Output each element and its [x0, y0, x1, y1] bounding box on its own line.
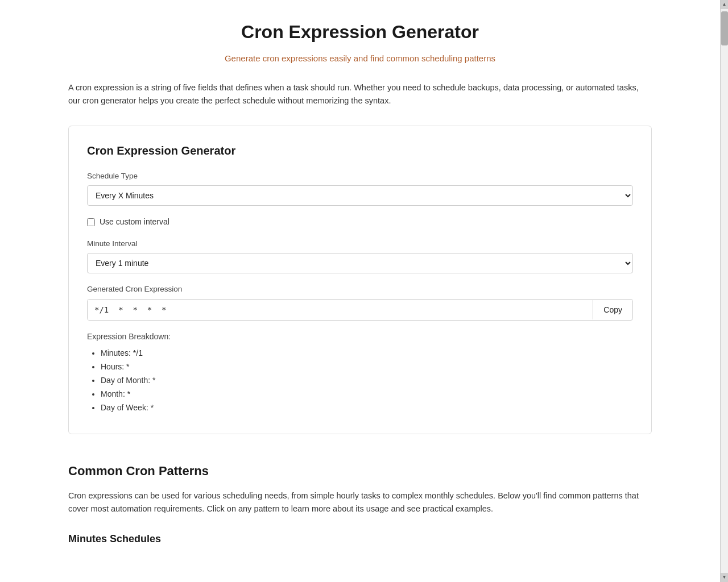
schedule-type-group: Schedule Type Every X Minutes Every X Ho…: [87, 171, 633, 206]
breakdown-item-3: Month: *: [101, 388, 633, 400]
expression-row: Copy: [87, 299, 633, 321]
custom-interval-row: Use custom interval: [87, 216, 633, 228]
minute-interval-group: Minute Interval Every 1 minute Every 2 m…: [87, 238, 633, 273]
generator-card-title: Cron Expression Generator: [87, 142, 633, 159]
scrollbar-arrow-down[interactable]: ▼: [721, 573, 729, 582]
schedule-type-label: Schedule Type: [87, 171, 633, 182]
breakdown-item-0: Minutes: */1: [101, 347, 633, 359]
schedule-type-select[interactable]: Every X Minutes Every X Hours Daily Week…: [87, 185, 633, 206]
breakdown-item-1: Hours: *: [101, 361, 633, 373]
breakdown-list: Minutes: */1 Hours: * Day of Month: * Mo…: [87, 347, 633, 414]
minute-interval-select[interactable]: Every 1 minute Every 2 minutes Every 5 m…: [87, 253, 633, 273]
common-patterns-title: Common Cron Patterns: [68, 462, 652, 480]
breakdown-title: Expression Breakdown:: [87, 331, 633, 343]
page-subtitle: Generate cron expressions easily and fin…: [68, 52, 652, 65]
breakdown-item-2: Day of Month: *: [101, 375, 633, 386]
breakdown-item-4: Day of Week: *: [101, 402, 633, 414]
copy-button[interactable]: Copy: [593, 300, 632, 319]
custom-interval-label: Use custom interval: [100, 216, 169, 228]
page-title: Cron Expression Generator: [68, 18, 652, 45]
expression-input[interactable]: [88, 300, 593, 320]
scrollbar-thumb[interactable]: [721, 11, 728, 45]
breakdown-section: Expression Breakdown: Minutes: */1 Hours…: [87, 331, 633, 414]
expression-label: Generated Cron Expression: [87, 284, 633, 295]
minutes-schedules-title: Minutes Schedules: [68, 531, 652, 547]
scrollbar-arrow-up[interactable]: ▲: [721, 0, 729, 9]
scrollbar[interactable]: ▲ ▼: [720, 0, 728, 582]
page-wrapper: Cron Expression Generator Generate cron …: [23, 0, 705, 582]
page-description: A cron expression is a string of five fi…: [68, 81, 652, 107]
minute-interval-label: Minute Interval: [87, 238, 633, 250]
generator-card: Cron Expression Generator Schedule Type …: [68, 126, 652, 434]
expression-group: Generated Cron Expression Copy: [87, 284, 633, 320]
common-patterns-description: Cron expressions can be used for various…: [68, 489, 652, 516]
custom-interval-checkbox[interactable]: [87, 218, 95, 226]
